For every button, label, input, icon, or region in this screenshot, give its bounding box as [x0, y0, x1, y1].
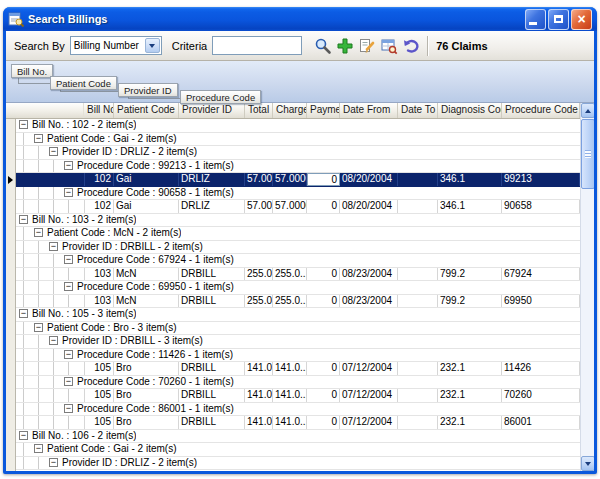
column-header[interactable]: Bill No. — [84, 103, 114, 118]
collapse-toggle[interactable]: − — [64, 377, 73, 386]
grid-cell: 11426 — [502, 362, 580, 375]
vertical-scrollbar[interactable] — [580, 103, 594, 471]
group-row[interactable]: −Procedure Code : 67924 - 1 item(s) — [16, 254, 580, 268]
column-header[interactable]: Provider ID — [179, 103, 245, 118]
group-row[interactable]: −Procedure Code : 90658 - 1 item(s) — [16, 187, 580, 201]
grid-cell: 102 — [84, 200, 114, 213]
toolbar: Search By Billing Number Criteria — [6, 31, 594, 61]
column-header[interactable]: Procedure Code — [502, 103, 580, 118]
table-row[interactable]: 105BroDRBILL141.0...141.0...007/12/20042… — [16, 416, 580, 430]
scroll-down-button[interactable] — [581, 456, 594, 471]
collapse-toggle[interactable]: − — [19, 309, 28, 318]
scroll-up-button[interactable] — [581, 103, 594, 118]
row-indent — [16, 173, 84, 186]
view-claims-icon[interactable] — [378, 35, 400, 57]
table-row[interactable]: 102GaiDRLIZ57.00...57.0000008/20/2004346… — [16, 200, 580, 214]
search-billings-window: Search Billings × Search By Billing Numb… — [3, 7, 597, 474]
group-tab-bill-no[interactable]: Bill No. — [11, 64, 53, 78]
group-row[interactable]: −Provider ID : DRBILL - 3 item(s) — [16, 335, 580, 349]
collapse-toggle[interactable]: − — [64, 188, 73, 197]
maximize-button[interactable] — [548, 9, 569, 30]
column-header[interactable]: Date To — [398, 103, 438, 118]
collapse-toggle[interactable]: − — [64, 350, 73, 359]
group-row[interactable]: −Patient Code : Bro - 3 item(s) — [16, 322, 580, 336]
grid-cell: DRBILL — [179, 416, 245, 429]
grid-cell: 08/20/2004 — [340, 173, 398, 186]
column-header[interactable]: Total — [245, 103, 273, 118]
group-label: Bill No. : 105 - 3 item(s) — [32, 308, 136, 321]
group-row[interactable]: −Bill No. : 103 - 2 item(s) — [16, 214, 580, 228]
collapse-toggle[interactable]: − — [64, 161, 73, 170]
grid-cell: 346.1 — [438, 173, 502, 186]
group-row[interactable]: −Procedure Code : 86001 - 1 item(s) — [16, 403, 580, 417]
grid-cell: 90658 — [502, 200, 580, 213]
group-row[interactable]: −Bill No. : 102 - 2 item(s) — [16, 119, 580, 133]
group-row[interactable]: −Bill No. : 105 - 3 item(s) — [16, 308, 580, 322]
grid-cell — [398, 389, 438, 402]
collapse-toggle[interactable]: − — [49, 147, 58, 156]
search-by-select[interactable]: Billing Number — [70, 36, 162, 55]
titlebar[interactable]: Search Billings × — [3, 7, 597, 31]
column-header[interactable]: Diagnosis Code — [438, 103, 502, 118]
table-row[interactable]: 105BroDRBILL141.0...141.0...007/12/20042… — [16, 362, 580, 376]
group-label: Procedure Code : 67924 - 1 item(s) — [77, 254, 234, 267]
grid-cell: 57.00... — [245, 200, 273, 213]
table-row[interactable]: 105BroDRBILL141.0...141.0...007/12/20042… — [16, 389, 580, 403]
group-row[interactable]: −Patient Code : McN - 2 item(s) — [16, 227, 580, 241]
payment-editor-cell[interactable]: 0 — [307, 173, 340, 186]
collapse-toggle[interactable]: − — [34, 444, 43, 453]
group-row[interactable]: −Procedure Code : 11426 - 1 item(s) — [16, 349, 580, 363]
minimize-button[interactable] — [525, 9, 546, 30]
column-header[interactable]: Payme... — [307, 103, 340, 118]
group-row[interactable]: −Provider ID : DRBILL - 2 item(s) — [16, 241, 580, 255]
collapse-toggle[interactable]: − — [49, 242, 58, 251]
close-button[interactable]: × — [571, 9, 592, 30]
column-header[interactable]: Patient Code — [114, 103, 179, 118]
collapse-toggle[interactable]: − — [19, 215, 28, 224]
group-row[interactable]: −Procedure Code : 70260 - 1 item(s) — [16, 376, 580, 390]
criteria-input[interactable] — [212, 36, 302, 55]
undo-icon[interactable] — [400, 35, 422, 57]
table-row[interactable]: 103McNDRBILL255.0...255.0...008/23/20047… — [16, 295, 580, 309]
search-icon[interactable] — [312, 35, 334, 57]
grid-cell: 141.0... — [273, 362, 307, 375]
group-row[interactable]: −Patient Code : Gai - 2 item(s) — [16, 133, 580, 147]
group-row[interactable]: −Patient Code : Gai - 2 item(s) — [16, 443, 580, 457]
group-by-panel[interactable]: Bill No. Patient Code Provider ID Proced… — [6, 61, 594, 103]
collapse-toggle[interactable]: − — [34, 228, 43, 237]
collapse-toggle[interactable]: − — [49, 336, 58, 345]
group-tab-procedure-code[interactable]: Procedure Code — [180, 90, 261, 104]
group-row[interactable]: −Bill No. : 106 - 2 item(s) — [16, 430, 580, 444]
column-header[interactable]: Charges — [273, 103, 307, 118]
table-row[interactable]: 103McNDRBILL255.0...255.0...008/23/20047… — [16, 268, 580, 282]
grid-cell: DRBILL — [179, 362, 245, 375]
column-header[interactable]: Date From — [340, 103, 398, 118]
edit-icon[interactable] — [356, 35, 378, 57]
grid-cell: 0 — [307, 295, 340, 308]
group-row[interactable]: −Procedure Code : 99213 - 1 item(s) — [16, 160, 580, 174]
collapse-toggle[interactable]: − — [19, 431, 28, 440]
collapse-toggle[interactable]: − — [64, 255, 73, 264]
group-row[interactable]: −Provider ID : DRLIZ - 2 item(s) — [16, 457, 580, 471]
row-indent — [16, 200, 84, 213]
scrollbar-thumb[interactable] — [581, 119, 594, 189]
combo-dropdown-button[interactable] — [145, 38, 160, 53]
grid-cell — [398, 416, 438, 429]
grid-cell: 105 — [84, 416, 114, 429]
group-row[interactable]: −Procedure Code : 69950 - 1 item(s) — [16, 281, 580, 295]
group-row[interactable]: −Provider ID : DRLIZ - 2 item(s) — [16, 146, 580, 160]
group-tab-patient-code[interactable]: Patient Code — [50, 76, 117, 90]
grid-cell: 103 — [84, 295, 114, 308]
collapse-toggle[interactable]: − — [34, 134, 43, 143]
add-icon[interactable] — [334, 35, 356, 57]
table-row[interactable]: 102GaiDRLIZ57.00...57.0000008/20/2004346… — [16, 173, 580, 187]
collapse-toggle[interactable]: − — [34, 323, 43, 332]
collapse-toggle[interactable]: − — [64, 404, 73, 413]
group-label: Patient Code : Gai - 2 item(s) — [47, 443, 177, 456]
collapse-toggle[interactable]: − — [49, 458, 58, 467]
group-tab-provider-id[interactable]: Provider ID — [118, 83, 178, 97]
collapse-toggle[interactable]: − — [19, 120, 28, 129]
collapse-toggle[interactable]: − — [64, 282, 73, 291]
grid-cell: 232.1 — [438, 362, 502, 375]
group-indent — [16, 443, 34, 456]
